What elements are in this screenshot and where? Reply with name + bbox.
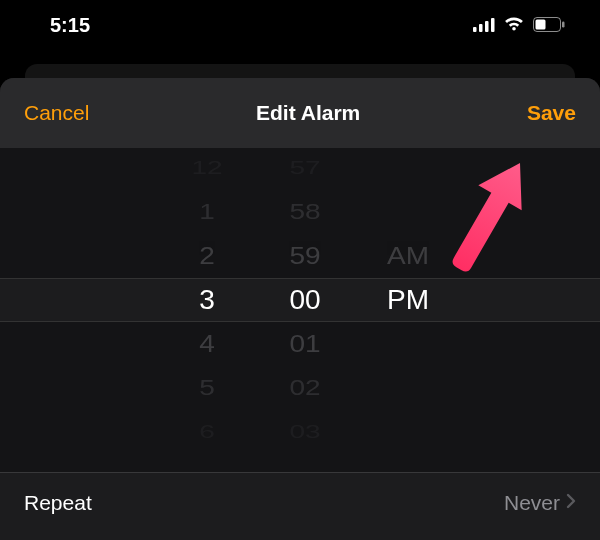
svg-rect-3 (491, 18, 495, 32)
picker-item: 57 (270, 154, 340, 182)
page-title: Edit Alarm (256, 101, 360, 125)
status-bar: 5:15 (0, 0, 600, 50)
picker-item: 3 (172, 278, 242, 322)
svg-rect-0 (473, 27, 477, 32)
picker-item: 6 (172, 418, 242, 446)
picker-item: 03 (270, 418, 340, 446)
picker-item: 00 (270, 278, 340, 322)
picker-item: PM (368, 278, 448, 322)
nav-bar: Cancel Edit Alarm Save (0, 78, 600, 148)
repeat-label: Repeat (24, 491, 92, 515)
edit-alarm-sheet: Cancel Edit Alarm Save 1112123456 565758… (0, 78, 600, 540)
picker-item: 2 (172, 237, 242, 276)
ampm-wheel[interactable]: AMPM (368, 148, 448, 448)
repeat-value: Never (504, 491, 560, 515)
picker-item: 4 (172, 325, 242, 364)
time-picker[interactable]: 1112123456 5657585900010203 AMPM (0, 148, 600, 448)
cellular-signal-icon (473, 14, 495, 37)
status-indicators (473, 14, 565, 37)
svg-rect-1 (479, 24, 483, 32)
svg-rect-2 (485, 21, 489, 32)
picker-item: 02 (270, 371, 340, 404)
hour-wheel[interactable]: 1112123456 (172, 148, 242, 448)
svg-rect-5 (536, 19, 546, 29)
wifi-icon (503, 14, 525, 37)
picker-item: AM (368, 237, 448, 276)
svg-rect-6 (562, 21, 565, 27)
picker-item: 58 (270, 195, 340, 228)
minute-wheel[interactable]: 5657585900010203 (270, 148, 340, 448)
save-button[interactable]: Save (527, 101, 576, 125)
picker-item: 12 (172, 154, 242, 182)
status-time: 5:15 (50, 14, 90, 37)
section-spacer (0, 448, 600, 472)
picker-item: 1 (172, 195, 242, 228)
picker-item: 01 (270, 325, 340, 364)
picker-item: 5 (172, 371, 242, 404)
cancel-button[interactable]: Cancel (24, 101, 89, 125)
repeat-row[interactable]: Repeat Never (0, 472, 600, 532)
picker-item: 59 (270, 237, 340, 276)
battery-icon (533, 14, 565, 37)
chevron-right-icon (566, 493, 576, 513)
